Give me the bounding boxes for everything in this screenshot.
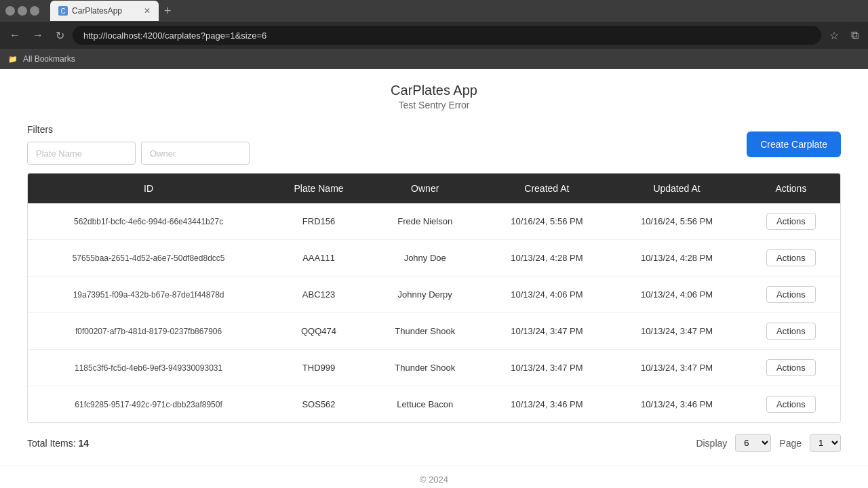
- cell-created-at: 10/13/24, 3:47 PM: [482, 313, 612, 350]
- cell-created-at: 10/13/24, 3:47 PM: [482, 350, 612, 386]
- copyright: © 2024: [420, 474, 448, 485]
- total-items-count: 14: [78, 438, 89, 449]
- address-input[interactable]: [73, 26, 821, 45]
- cell-actions: Actions: [742, 313, 840, 350]
- page-label: Page: [779, 438, 802, 449]
- col-header-created-at: Created At: [482, 174, 612, 203]
- actions-button[interactable]: Actions: [766, 359, 816, 376]
- cell-plate-name: ABC123: [269, 277, 368, 313]
- display-size-select[interactable]: 6102050: [735, 434, 771, 452]
- cell-plate-name: FRD156: [269, 203, 368, 240]
- actions-button[interactable]: Actions: [766, 323, 816, 340]
- page-subtitle: Test Sentry Error: [27, 100, 841, 110]
- filters-section: Filters Create Carplate: [27, 124, 841, 165]
- actions-button[interactable]: Actions: [766, 249, 816, 266]
- page-header: CarPlates App Test Sentry Error: [27, 83, 841, 110]
- total-items-label: Total Items:: [27, 438, 76, 449]
- cell-id: f0f00207-af7b-481d-8179-0237fb867906: [28, 313, 269, 350]
- col-header-updated-at: Updated At: [612, 174, 742, 203]
- cell-id: 1185c3f6-fc5d-4eb6-9ef3-949330093031: [28, 350, 269, 386]
- minimize-button[interactable]: [5, 6, 15, 16]
- table-footer: Total Items: 14 Display 6102050 Page 123: [27, 434, 841, 452]
- tab-favicon: C: [58, 6, 68, 16]
- cell-owner: Lettuce Bacon: [368, 386, 482, 423]
- total-items: Total Items: 14: [27, 438, 89, 449]
- table-row: 57655baa-2651-4d52-a6e7-50df8ed8dcc5 AAA…: [28, 240, 840, 277]
- actions-button[interactable]: Actions: [766, 396, 816, 413]
- bookmark-bar: 📁 All Bookmarks: [0, 49, 868, 69]
- bookmark-star-icon[interactable]: ☆: [825, 26, 843, 45]
- cell-updated-at: 10/13/24, 4:06 PM: [612, 277, 742, 313]
- back-button[interactable]: ←: [5, 26, 24, 44]
- cell-actions: Actions: [742, 203, 840, 240]
- table-row: 19a73951-f09a-432b-b67e-87de1f44878d ABC…: [28, 277, 840, 313]
- window-controls: [5, 6, 39, 16]
- close-button[interactable]: [30, 6, 39, 16]
- table-row: 61fc9285-9517-492c-971c-dbb23af8950f SOS…: [28, 386, 840, 423]
- table-row: 1185c3f6-fc5d-4eb6-9ef3-949330093031 THD…: [28, 350, 840, 386]
- bookmark-folder-icon: 📁: [8, 55, 18, 64]
- cell-owner: Johny Doe: [368, 240, 482, 277]
- cell-id: 562dbb1f-bcfc-4e6c-994d-66e43441b27c: [28, 203, 269, 240]
- carplates-table-wrapper: ID Plate Name Owner Created At Updated A…: [27, 173, 841, 423]
- tab-bar: C CarPlatesApp ✕ +: [45, 0, 863, 22]
- owner-input[interactable]: [141, 142, 250, 165]
- cell-plate-name: QQQ474: [269, 313, 368, 350]
- table-row: f0f00207-af7b-481d-8179-0237fb867906 QQQ…: [28, 313, 840, 350]
- cell-actions: Actions: [742, 350, 840, 386]
- cell-created-at: 10/13/24, 3:46 PM: [482, 386, 612, 423]
- browser-chrome: C CarPlatesApp ✕ + ← → ↻ ☆ ⧉ 📁 All Bookm…: [0, 0, 868, 69]
- filters-label: Filters: [27, 124, 250, 135]
- bookmark-label: All Bookmarks: [23, 54, 75, 64]
- refresh-button[interactable]: ↻: [52, 26, 68, 45]
- filters-container: Filters: [27, 124, 250, 165]
- page-content: CarPlates App Test Sentry Error Filters …: [0, 69, 868, 466]
- cell-created-at: 10/13/24, 4:06 PM: [482, 277, 612, 313]
- col-header-id: ID: [28, 174, 269, 203]
- actions-button[interactable]: Actions: [766, 286, 816, 303]
- cell-owner: Thunder Shook: [368, 313, 482, 350]
- cell-actions: Actions: [742, 277, 840, 313]
- extensions-icon[interactable]: ⧉: [847, 26, 863, 44]
- browser-titlebar: C CarPlatesApp ✕ +: [0, 0, 868, 22]
- page-title: CarPlates App: [27, 83, 841, 98]
- cell-updated-at: 10/16/24, 5:56 PM: [612, 203, 742, 240]
- cell-id: 61fc9285-9517-492c-971c-dbb23af8950f: [28, 386, 269, 423]
- cell-updated-at: 10/13/24, 4:28 PM: [612, 240, 742, 277]
- cell-created-at: 10/13/24, 4:28 PM: [482, 240, 612, 277]
- actions-button[interactable]: Actions: [766, 213, 816, 230]
- new-tab-button[interactable]: +: [159, 4, 177, 18]
- cell-owner: Frede Nielson: [368, 203, 482, 240]
- tab-title: CarPlatesApp: [72, 6, 122, 16]
- col-header-plate-name: Plate Name: [269, 174, 368, 203]
- tab-close-button[interactable]: ✕: [144, 6, 151, 16]
- cell-owner: Thunder Shook: [368, 350, 482, 386]
- cell-id: 19a73951-f09a-432b-b67e-87de1f44878d: [28, 277, 269, 313]
- forward-button[interactable]: →: [28, 26, 47, 44]
- cell-updated-at: 10/13/24, 3:47 PM: [612, 313, 742, 350]
- filters-row: [27, 142, 250, 165]
- cell-plate-name: AAA111: [269, 240, 368, 277]
- cell-id: 57655baa-2651-4d52-a6e7-50df8ed8dcc5: [28, 240, 269, 277]
- cell-actions: Actions: [742, 240, 840, 277]
- col-header-actions: Actions: [742, 174, 840, 203]
- cell-plate-name: SOS562: [269, 386, 368, 423]
- plate-name-input[interactable]: [27, 142, 136, 165]
- table-header-row: ID Plate Name Owner Created At Updated A…: [28, 174, 840, 203]
- cell-updated-at: 10/13/24, 3:46 PM: [612, 386, 742, 423]
- cell-plate-name: THD999: [269, 350, 368, 386]
- col-header-owner: Owner: [368, 174, 482, 203]
- cell-owner: Johnny Derpy: [368, 277, 482, 313]
- create-carplate-button[interactable]: Create Carplate: [747, 131, 841, 157]
- cell-created-at: 10/16/24, 5:56 PM: [482, 203, 612, 240]
- cell-updated-at: 10/13/24, 3:47 PM: [612, 350, 742, 386]
- cell-actions: Actions: [742, 386, 840, 423]
- active-tab[interactable]: C CarPlatesApp ✕: [50, 1, 159, 21]
- display-label: Display: [696, 438, 727, 449]
- maximize-button[interactable]: [18, 6, 27, 16]
- address-bar-row: ← → ↻ ☆ ⧉: [0, 22, 868, 49]
- table-row: 562dbb1f-bcfc-4e6c-994d-66e43441b27c FRD…: [28, 203, 840, 240]
- page-footer: © 2024: [0, 466, 868, 488]
- page-number-select[interactable]: 123: [810, 434, 841, 452]
- carplates-table: ID Plate Name Owner Created At Updated A…: [28, 174, 840, 422]
